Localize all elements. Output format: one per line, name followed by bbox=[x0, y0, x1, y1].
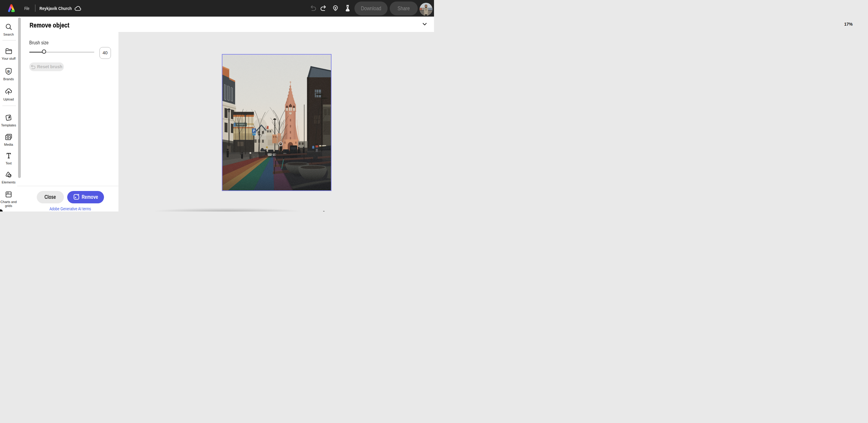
svg-text:B: B bbox=[7, 70, 10, 73]
